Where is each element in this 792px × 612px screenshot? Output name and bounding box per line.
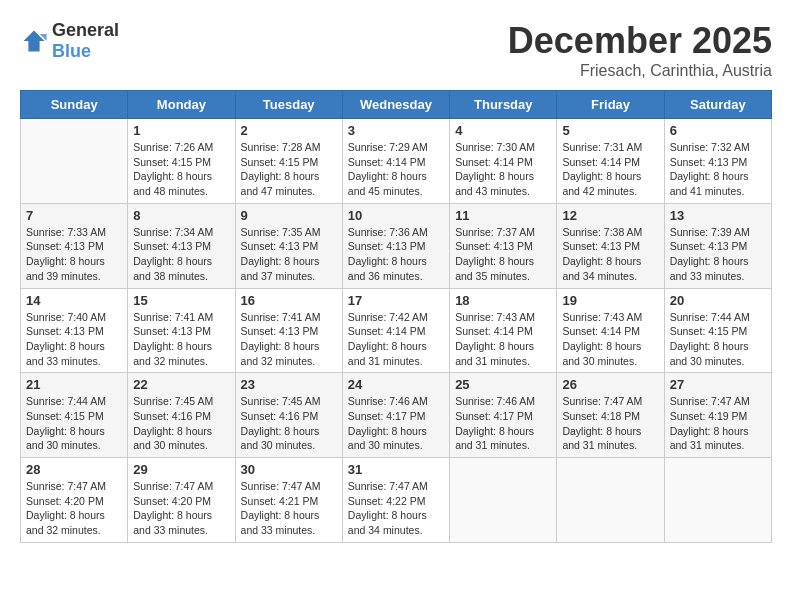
calendar-cell: 1Sunrise: 7:26 AMSunset: 4:15 PMDaylight… [128, 119, 235, 204]
calendar-cell: 21Sunrise: 7:44 AMSunset: 4:15 PMDayligh… [21, 373, 128, 458]
day-number: 25 [455, 377, 551, 392]
calendar-cell: 30Sunrise: 7:47 AMSunset: 4:21 PMDayligh… [235, 458, 342, 543]
calendar-cell: 31Sunrise: 7:47 AMSunset: 4:22 PMDayligh… [342, 458, 449, 543]
calendar-cell: 26Sunrise: 7:47 AMSunset: 4:18 PMDayligh… [557, 373, 664, 458]
day-info: Sunrise: 7:36 AMSunset: 4:13 PMDaylight:… [348, 225, 444, 284]
calendar-cell: 18Sunrise: 7:43 AMSunset: 4:14 PMDayligh… [450, 288, 557, 373]
header-friday: Friday [557, 91, 664, 119]
day-info: Sunrise: 7:41 AMSunset: 4:13 PMDaylight:… [241, 310, 337, 369]
calendar-cell: 4Sunrise: 7:30 AMSunset: 4:14 PMDaylight… [450, 119, 557, 204]
calendar-cell [557, 458, 664, 543]
calendar-cell: 12Sunrise: 7:38 AMSunset: 4:13 PMDayligh… [557, 203, 664, 288]
day-number: 12 [562, 208, 658, 223]
calendar-cell: 24Sunrise: 7:46 AMSunset: 4:17 PMDayligh… [342, 373, 449, 458]
day-number: 14 [26, 293, 122, 308]
day-number: 5 [562, 123, 658, 138]
logo-icon [20, 27, 48, 55]
day-info: Sunrise: 7:41 AMSunset: 4:13 PMDaylight:… [133, 310, 229, 369]
day-info: Sunrise: 7:47 AMSunset: 4:20 PMDaylight:… [26, 479, 122, 538]
calendar-cell: 6Sunrise: 7:32 AMSunset: 4:13 PMDaylight… [664, 119, 771, 204]
svg-marker-0 [24, 31, 45, 52]
day-number: 7 [26, 208, 122, 223]
header-saturday: Saturday [664, 91, 771, 119]
day-info: Sunrise: 7:45 AMSunset: 4:16 PMDaylight:… [241, 394, 337, 453]
day-number: 1 [133, 123, 229, 138]
calendar-cell [21, 119, 128, 204]
day-info: Sunrise: 7:43 AMSunset: 4:14 PMDaylight:… [455, 310, 551, 369]
day-number: 8 [133, 208, 229, 223]
day-info: Sunrise: 7:47 AMSunset: 4:21 PMDaylight:… [241, 479, 337, 538]
day-info: Sunrise: 7:26 AMSunset: 4:15 PMDaylight:… [133, 140, 229, 199]
calendar-cell: 19Sunrise: 7:43 AMSunset: 4:14 PMDayligh… [557, 288, 664, 373]
day-info: Sunrise: 7:34 AMSunset: 4:13 PMDaylight:… [133, 225, 229, 284]
day-number: 11 [455, 208, 551, 223]
day-number: 13 [670, 208, 766, 223]
day-info: Sunrise: 7:39 AMSunset: 4:13 PMDaylight:… [670, 225, 766, 284]
calendar-cell: 2Sunrise: 7:28 AMSunset: 4:15 PMDaylight… [235, 119, 342, 204]
header: General Blue December 2025 Friesach, Car… [20, 20, 772, 80]
header-thursday: Thursday [450, 91, 557, 119]
calendar-cell: 15Sunrise: 7:41 AMSunset: 4:13 PMDayligh… [128, 288, 235, 373]
calendar-cell: 28Sunrise: 7:47 AMSunset: 4:20 PMDayligh… [21, 458, 128, 543]
header-tuesday: Tuesday [235, 91, 342, 119]
calendar-cell: 14Sunrise: 7:40 AMSunset: 4:13 PMDayligh… [21, 288, 128, 373]
day-number: 16 [241, 293, 337, 308]
title-area: December 2025 Friesach, Carinthia, Austr… [508, 20, 772, 80]
day-number: 18 [455, 293, 551, 308]
day-number: 2 [241, 123, 337, 138]
day-info: Sunrise: 7:33 AMSunset: 4:13 PMDaylight:… [26, 225, 122, 284]
day-info: Sunrise: 7:46 AMSunset: 4:17 PMDaylight:… [348, 394, 444, 453]
day-info: Sunrise: 7:47 AMSunset: 4:18 PMDaylight:… [562, 394, 658, 453]
day-info: Sunrise: 7:42 AMSunset: 4:14 PMDaylight:… [348, 310, 444, 369]
calendar-cell: 8Sunrise: 7:34 AMSunset: 4:13 PMDaylight… [128, 203, 235, 288]
day-number: 21 [26, 377, 122, 392]
calendar-week-row: 28Sunrise: 7:47 AMSunset: 4:20 PMDayligh… [21, 458, 772, 543]
day-info: Sunrise: 7:47 AMSunset: 4:20 PMDaylight:… [133, 479, 229, 538]
day-number: 27 [670, 377, 766, 392]
location: Friesach, Carinthia, Austria [508, 62, 772, 80]
day-info: Sunrise: 7:32 AMSunset: 4:13 PMDaylight:… [670, 140, 766, 199]
calendar-cell: 7Sunrise: 7:33 AMSunset: 4:13 PMDaylight… [21, 203, 128, 288]
day-info: Sunrise: 7:47 AMSunset: 4:19 PMDaylight:… [670, 394, 766, 453]
day-info: Sunrise: 7:44 AMSunset: 4:15 PMDaylight:… [26, 394, 122, 453]
calendar-cell: 23Sunrise: 7:45 AMSunset: 4:16 PMDayligh… [235, 373, 342, 458]
day-info: Sunrise: 7:38 AMSunset: 4:13 PMDaylight:… [562, 225, 658, 284]
day-number: 20 [670, 293, 766, 308]
calendar-cell: 13Sunrise: 7:39 AMSunset: 4:13 PMDayligh… [664, 203, 771, 288]
calendar: Sunday Monday Tuesday Wednesday Thursday… [20, 90, 772, 543]
day-info: Sunrise: 7:45 AMSunset: 4:16 PMDaylight:… [133, 394, 229, 453]
day-number: 29 [133, 462, 229, 477]
calendar-cell: 10Sunrise: 7:36 AMSunset: 4:13 PMDayligh… [342, 203, 449, 288]
calendar-cell: 22Sunrise: 7:45 AMSunset: 4:16 PMDayligh… [128, 373, 235, 458]
calendar-cell: 16Sunrise: 7:41 AMSunset: 4:13 PMDayligh… [235, 288, 342, 373]
day-number: 17 [348, 293, 444, 308]
day-info: Sunrise: 7:35 AMSunset: 4:13 PMDaylight:… [241, 225, 337, 284]
day-number: 24 [348, 377, 444, 392]
calendar-cell: 11Sunrise: 7:37 AMSunset: 4:13 PMDayligh… [450, 203, 557, 288]
day-info: Sunrise: 7:44 AMSunset: 4:15 PMDaylight:… [670, 310, 766, 369]
calendar-week-row: 14Sunrise: 7:40 AMSunset: 4:13 PMDayligh… [21, 288, 772, 373]
day-info: Sunrise: 7:30 AMSunset: 4:14 PMDaylight:… [455, 140, 551, 199]
day-number: 6 [670, 123, 766, 138]
calendar-week-row: 1Sunrise: 7:26 AMSunset: 4:15 PMDaylight… [21, 119, 772, 204]
day-number: 26 [562, 377, 658, 392]
calendar-week-row: 21Sunrise: 7:44 AMSunset: 4:15 PMDayligh… [21, 373, 772, 458]
calendar-cell [664, 458, 771, 543]
calendar-cell: 17Sunrise: 7:42 AMSunset: 4:14 PMDayligh… [342, 288, 449, 373]
day-number: 3 [348, 123, 444, 138]
day-info: Sunrise: 7:29 AMSunset: 4:14 PMDaylight:… [348, 140, 444, 199]
day-info: Sunrise: 7:31 AMSunset: 4:14 PMDaylight:… [562, 140, 658, 199]
header-sunday: Sunday [21, 91, 128, 119]
day-number: 22 [133, 377, 229, 392]
calendar-cell: 29Sunrise: 7:47 AMSunset: 4:20 PMDayligh… [128, 458, 235, 543]
calendar-cell: 25Sunrise: 7:46 AMSunset: 4:17 PMDayligh… [450, 373, 557, 458]
day-info: Sunrise: 7:47 AMSunset: 4:22 PMDaylight:… [348, 479, 444, 538]
day-number: 19 [562, 293, 658, 308]
calendar-cell: 3Sunrise: 7:29 AMSunset: 4:14 PMDaylight… [342, 119, 449, 204]
day-number: 9 [241, 208, 337, 223]
calendar-cell: 20Sunrise: 7:44 AMSunset: 4:15 PMDayligh… [664, 288, 771, 373]
calendar-cell: 9Sunrise: 7:35 AMSunset: 4:13 PMDaylight… [235, 203, 342, 288]
logo-text-blue: Blue [52, 41, 91, 61]
day-number: 31 [348, 462, 444, 477]
day-number: 4 [455, 123, 551, 138]
